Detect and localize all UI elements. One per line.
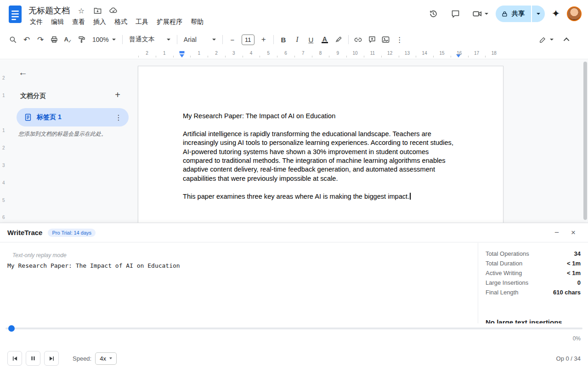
ruler-number: 14 [422, 51, 427, 56]
ruler-tick [294, 56, 295, 58]
redo-button[interactable]: ↷ [34, 33, 47, 46]
menu-item-格式[interactable]: 格式 [110, 17, 131, 28]
document-tab-icon [24, 113, 32, 121]
bold-button[interactable]: B [277, 33, 290, 46]
toolbar-divider [122, 35, 123, 44]
menu-item-插入[interactable]: 插入 [89, 17, 110, 28]
insert-image-button[interactable] [379, 33, 392, 46]
chevron-down-icon [112, 39, 116, 40]
menu-item-扩展程序[interactable]: 扩展程序 [153, 17, 187, 28]
toolbar-divider [273, 35, 274, 44]
underline-button[interactable]: U [305, 33, 317, 46]
chevron-down-icon [167, 39, 170, 40]
cloud-status-icon[interactable] [109, 6, 118, 15]
menu-item-编辑[interactable]: 编辑 [47, 17, 68, 28]
ruler-tick [156, 56, 156, 58]
skip-to-start-button[interactable] [7, 351, 22, 366]
text-cursor [410, 193, 411, 200]
progress-slider[interactable] [6, 328, 582, 329]
zoom-value: 100% [92, 36, 109, 43]
doc-paragraph-closing[interactable]: This paper examines three key areas wher… [183, 192, 457, 201]
ruler-tick [399, 56, 399, 58]
stat-value: 34 [574, 250, 581, 257]
star-icon[interactable]: ☆ [77, 6, 86, 15]
menu-item-文件[interactable]: 文件 [26, 17, 47, 28]
ruler-number: 10 [353, 51, 358, 56]
minimize-button[interactable]: − [551, 227, 562, 238]
ruler-number: 17 [474, 51, 479, 56]
toolbar-divider [348, 35, 349, 44]
stats-list: Total Operations34Total Duration< 1mActi… [486, 250, 581, 299]
font-size-input[interactable]: 11 [242, 34, 254, 45]
text-color-button[interactable]: A [318, 33, 331, 46]
paragraph-style-dropdown[interactable]: 普通文本 [126, 33, 174, 46]
more-options-icon[interactable]: ⋮ [393, 33, 406, 46]
zoom-dropdown[interactable]: 100% [89, 33, 119, 46]
pause-button[interactable] [26, 351, 40, 366]
progress-percent: 0% [573, 335, 581, 342]
writetrace-header: WriteTrace Pro Trial: 14 days − × [0, 223, 588, 242]
stat-label: Total Operations [486, 250, 529, 257]
first-line-indent-marker[interactable] [179, 51, 184, 53]
increase-font-size-button[interactable]: + [257, 33, 270, 46]
writetrace-title: WriteTrace [7, 229, 42, 236]
insert-link-button[interactable] [352, 33, 365, 46]
search-icon[interactable] [6, 33, 19, 46]
speed-select[interactable]: 4x [95, 352, 117, 365]
version-history-icon[interactable] [424, 5, 442, 23]
doc-paragraph-body[interactable]: Artificial intelligence is rapidly trans… [183, 130, 457, 183]
print-button[interactable] [48, 33, 61, 46]
horizontal-ruler[interactable]: 21123456789101112131415161718 [0, 49, 588, 59]
comments-icon[interactable] [446, 5, 464, 23]
italic-button[interactable]: I [291, 33, 304, 46]
document-tabs-title: 文档分页 [20, 92, 46, 100]
doc-paragraph-title[interactable]: My Research Paper: The Impact of AI on E… [183, 112, 457, 121]
ruler-number: 5 [2, 198, 5, 203]
decrease-font-size-button[interactable]: − [226, 33, 239, 46]
ruler-number: 1 [2, 128, 5, 133]
docs-logo-icon[interactable] [8, 5, 22, 23]
move-folder-icon[interactable] [93, 6, 102, 15]
add-tab-button[interactable]: + [111, 88, 124, 101]
font-value: Arial [184, 36, 197, 43]
stat-value: < 1m [567, 270, 581, 276]
tab-menu-icon[interactable]: ⋮ [113, 112, 124, 123]
avatar[interactable] [567, 6, 582, 21]
ruler-number: 2 [2, 75, 5, 80]
document-page[interactable]: My Research Paper: The Impact of AI on E… [138, 66, 503, 223]
menu-item-帮助[interactable]: 帮助 [187, 17, 208, 28]
ruler-tick [468, 56, 469, 58]
ruler-tick [346, 56, 347, 58]
ruler-number: 5 [267, 51, 270, 56]
slider-thumb[interactable] [8, 325, 15, 332]
skip-to-end-button[interactable] [44, 351, 59, 366]
ruler-number: 12 [387, 51, 392, 56]
ruler-number: 6 [284, 51, 287, 56]
back-button[interactable]: ← [17, 66, 29, 79]
doc-title-row: 无标题文档 ☆ [28, 5, 118, 16]
tab-label: 标签页 1 [37, 113, 108, 121]
menu-item-工具[interactable]: 工具 [131, 17, 153, 28]
gemini-sparkle-icon[interactable]: ✦ [548, 8, 563, 20]
highlight-color-button[interactable] [332, 33, 345, 46]
left-indent-marker[interactable] [180, 54, 184, 58]
font-dropdown[interactable]: Arial [181, 33, 219, 46]
replay-mode-label: Text-only replay mode [12, 252, 67, 259]
paint-format-button[interactable] [75, 33, 88, 46]
share-dropdown-button[interactable] [532, 6, 545, 22]
vertical-scrollbar[interactable] [583, 62, 587, 220]
document-text[interactable]: My Research Paper: The Impact of AI on E… [183, 112, 457, 201]
undo-button[interactable]: ↶ [20, 33, 33, 46]
doc-title[interactable]: 无标题文档 [28, 5, 70, 16]
spellcheck-button[interactable]: A✓ [62, 33, 74, 46]
ruler-tick [416, 56, 416, 58]
menu-item-查看[interactable]: 查看 [68, 17, 89, 28]
hide-menus-button[interactable] [560, 33, 573, 46]
close-button[interactable]: × [568, 227, 579, 238]
sidebar-item-tab1[interactable]: 标签页 1 ⋮ [17, 108, 129, 126]
meet-call-button[interactable] [468, 5, 492, 23]
share-button[interactable]: 共享 [496, 6, 531, 22]
add-comment-button[interactable] [366, 33, 379, 46]
editing-mode-dropdown[interactable] [536, 33, 557, 46]
chevron-down-icon [109, 357, 112, 359]
